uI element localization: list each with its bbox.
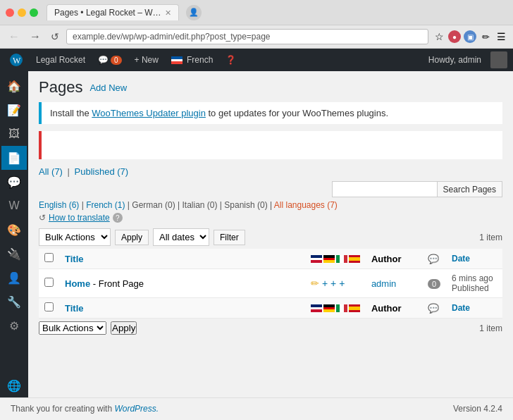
wp-sidebar: 🏠 📝 🖼 📄 💬 W 🎨 🔌 👤 🔧 ⚙ 🌐 [0,71,28,397]
lang-french[interactable]: French (1) [86,200,125,210]
add-new-link[interactable]: Add New [89,82,127,93]
wp-content: Pages Add New Install the WooThemes Upda… [28,71,513,397]
lang-german: German (0) [132,200,175,210]
apply-button-top[interactable]: Apply [115,230,149,245]
row-title-cell: Home - Front Page [59,269,305,298]
topbar-howdy[interactable]: Howdy, admin [425,55,485,65]
translate-tip: ↺ How to translate ? [39,213,502,223]
sidebar-item-settings[interactable]: ⚙ [1,314,27,338]
minimize-button[interactable] [18,8,26,17]
edit-plus-blue-icon[interactable]: + [322,278,328,289]
search-pages-button[interactable]: Search Pages [438,181,502,197]
sidebar-item-dashboard[interactable]: 🏠 [1,74,27,98]
col-footer-author: Author [366,298,422,319]
author-link[interactable]: admin [371,278,396,289]
browser-chrome: Pages • Legal Rocket – W… ✕ 👤 ← → ↺ exam… [0,0,513,49]
row-checkbox[interactable] [44,278,54,287]
wordpress-link[interactable]: WordPress. [114,404,159,414]
filter-button[interactable]: Filter [214,230,245,245]
edit-icons-group: ✏ + + + [311,278,360,289]
lang-all[interactable]: All languages (7) [274,200,338,210]
topbar-help[interactable]: ❓ [222,55,240,65]
close-button[interactable] [6,8,14,17]
notice-link[interactable]: WooThemes Updater plugin [92,108,206,118]
edit-plus-blue3-icon[interactable]: + [339,278,345,289]
comment-count-badge: 0 [428,279,440,289]
page-heading: Pages Add New [39,78,502,97]
date-sort-link[interactable]: Date [452,254,470,264]
extension-icon[interactable]: ▣ [464,30,476,43]
sidebar-item-appearance[interactable]: 🎨 [1,218,27,242]
row-date-cell: 6 mins ago Published [446,269,502,298]
topbar-new[interactable]: + New [131,55,162,65]
col-footer-comments: 💬 [422,298,446,319]
how-to-translate-link[interactable]: How to translate [49,213,110,223]
profile-icon[interactable]: ● [448,30,461,43]
sidebar-item-woocommerce[interactable]: W [1,194,27,218]
col-header-author: Author [366,249,422,269]
bulk-actions-select[interactable]: Bulk Actions [39,228,111,246]
back-button[interactable]: ← [6,29,23,44]
french-flag-icon [171,56,183,64]
date-footer-sort-link[interactable]: Date [452,303,470,313]
select-all-footer-checkbox[interactable] [44,302,54,311]
pages-table: Title Author 💬 [39,249,502,319]
title-sort-link[interactable]: Title [65,254,84,264]
sidebar-item-polylang[interactable]: 🌐 [1,373,27,397]
select-all-checkbox[interactable] [44,253,54,262]
sidebar-item-users[interactable]: 👤 [1,266,27,290]
date-filter-select[interactable]: All dates [153,228,209,246]
table-row: Home - Front Page ✏ + + + [39,269,502,298]
wp-logo-icon: W [9,53,23,67]
table-header-row: Title Author 💬 [39,249,502,269]
flag-it-icon [336,255,347,263]
sidebar-item-pages[interactable]: 📄 [1,146,27,170]
tab-close-icon[interactable]: ✕ [165,8,171,18]
comment-header-icon: 💬 [428,254,439,264]
maximize-button[interactable] [30,8,38,17]
admin-avatar [490,51,507,68]
topbar-site-name[interactable]: Legal Rocket [32,55,89,65]
browser-tab[interactable]: Pages • Legal Rocket – W… ✕ [47,4,179,20]
refresh-icon: ↺ [39,213,46,223]
browser-titlebar: Pages • Legal Rocket – W… ✕ 👤 [0,0,513,25]
flag-es-icon [349,255,360,263]
flag-it-footer-icon [336,304,347,312]
edit-plus-blue2-icon[interactable]: + [330,278,336,289]
pencil-icon[interactable]: ✏ [479,30,492,43]
col-footer-flags [305,298,366,319]
wp-footer: Thank you for creating with WordPress. V… [0,397,513,419]
title-footer-sort-link[interactable]: Title [65,303,84,314]
error-notice [39,131,502,159]
bookmark-icon[interactable]: ☆ [433,30,445,43]
date-line1: 6 mins [452,273,476,283]
toolbar-icons: ☆ ● ▣ ✏ ☰ [433,30,507,43]
col-footer-date: Date [446,298,502,319]
lang-english[interactable]: English (6) [39,200,79,210]
sidebar-item-posts[interactable]: 📝 [1,98,27,122]
tab-published[interactable]: Published (7) [75,166,129,177]
apply-button-bottom[interactable]: Apply [111,321,137,335]
sidebar-item-tools[interactable]: 🔧 [1,290,27,314]
topbar-language[interactable]: French [168,55,216,65]
edit-pencil-icon[interactable]: ✏ [311,278,319,289]
notice-text: Install the [50,108,92,118]
bulk-actions-bottom-select[interactable]: Bulk Actions [39,321,106,335]
refresh-button[interactable]: ↺ [48,30,62,44]
menu-icon[interactable]: ☰ [495,30,507,43]
sidebar-item-media[interactable]: 🖼 [1,122,27,146]
comment-bubble-icon: 💬 [98,55,109,65]
thank-you-text: Thank you for creating with [11,404,112,414]
topbar-comments[interactable]: 💬 0 [94,55,125,65]
search-input[interactable] [332,181,438,197]
wp-logo-item[interactable]: W [6,53,27,67]
tab-all[interactable]: All (7) [39,166,63,177]
url-bar[interactable]: example.dev/wp/wp-admin/edit.php?post_ty… [66,29,428,44]
topbar-right: Howdy, admin [425,51,507,68]
forward-button[interactable]: → [27,29,44,44]
sidebar-item-comments[interactable]: 💬 [1,170,27,194]
woo-notice: Install the WooThemes Updater plugin to … [39,102,502,124]
sidebar-item-plugins[interactable]: 🔌 [1,242,27,266]
lang-spanish: Spanish (0) [224,200,267,210]
page-title-link[interactable]: Home [65,278,90,289]
